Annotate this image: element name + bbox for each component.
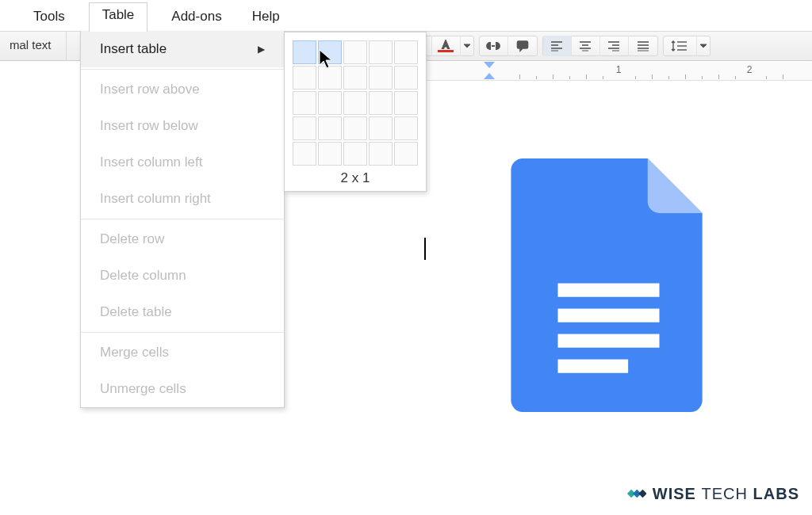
menu-delete-table: Delete table	[81, 294, 284, 330]
paragraph-style-dropdown[interactable]: mal text	[0, 31, 67, 61]
table-grid[interactable]	[291, 40, 419, 166]
align-center-button[interactable]	[572, 36, 600, 56]
table-size-picker: 2 x 1	[284, 32, 427, 192]
line-spacing-dropdown-icon[interactable]	[697, 36, 710, 56]
align-left-button[interactable]	[543, 36, 572, 56]
align-justify-button[interactable]	[629, 36, 657, 56]
grid-cell[interactable]	[369, 40, 393, 64]
menu-delete-column: Delete column	[81, 258, 284, 294]
add-comment-button[interactable]	[508, 36, 537, 56]
first-line-indent-marker[interactable]	[484, 62, 495, 68]
text-color-dropdown-icon[interactable]	[461, 36, 473, 56]
align-group	[542, 36, 658, 56]
line-spacing-button[interactable]	[664, 36, 697, 56]
menu-unmerge-cells: Unmerge cells	[81, 371, 284, 407]
grid-cell[interactable]	[343, 66, 367, 90]
menu-delete-row: Delete row	[81, 221, 284, 258]
menu-merge-cells: Merge cells	[81, 334, 284, 371]
menu-help[interactable]: Help	[246, 4, 286, 29]
menu-insert-row-below: Insert row below	[81, 108, 284, 144]
menu-insert-table[interactable]: Insert table ▶	[81, 31, 284, 67]
grid-cell[interactable]	[369, 142, 393, 166]
grid-cell[interactable]	[369, 91, 393, 115]
grid-cell[interactable]	[293, 116, 316, 140]
grid-cell[interactable]	[369, 66, 393, 90]
menu-insert-col-left: Insert column left	[81, 144, 284, 181]
grid-cell[interactable]	[394, 116, 418, 140]
grid-cell[interactable]	[394, 142, 418, 166]
table-size-label: 2 x 1	[291, 170, 419, 186]
grid-cell[interactable]	[343, 142, 367, 166]
grid-cell[interactable]	[318, 116, 342, 140]
google-docs-icon	[508, 158, 710, 412]
grid-cell[interactable]	[369, 116, 393, 140]
svg-rect-21	[558, 284, 660, 297]
menu-addons[interactable]: Add-ons	[165, 4, 228, 29]
menu-separator	[81, 69, 284, 70]
svg-rect-1	[517, 41, 527, 48]
grid-cell[interactable]	[293, 91, 316, 115]
grid-cell[interactable]	[293, 66, 316, 90]
ruler-mark-2: 2	[747, 64, 753, 75]
grid-cell[interactable]	[394, 66, 418, 90]
grid-cell[interactable]	[343, 40, 367, 64]
insert-link-button[interactable]	[480, 36, 508, 56]
grid-cell[interactable]	[394, 40, 418, 64]
svg-rect-22	[558, 309, 660, 322]
grid-cell[interactable]	[343, 116, 367, 140]
align-right-button[interactable]	[600, 36, 629, 56]
watermark-logo-icon	[626, 483, 646, 504]
menu-insert-table-label: Insert table	[100, 41, 167, 57]
link-group	[479, 36, 538, 56]
menubar: Tools Table Add-ons Help	[0, 3, 313, 30]
watermark-text: WISE TECH LABS	[653, 485, 799, 503]
line-spacing-group	[663, 36, 710, 56]
menu-separator	[81, 332, 284, 333]
text-color-button[interactable]	[432, 36, 461, 56]
menu-insert-col-right: Insert column right	[81, 181, 284, 217]
table-menu-dropdown: Insert table ▶ Insert row above Insert r…	[80, 31, 285, 408]
watermark: WISE TECH LABS	[626, 483, 799, 504]
grid-cell[interactable]	[318, 142, 342, 166]
grid-cell[interactable]	[343, 91, 367, 115]
menu-insert-row-above: Insert row above	[81, 71, 284, 108]
svg-rect-23	[558, 334, 660, 348]
grid-cell[interactable]	[394, 91, 418, 115]
menu-table[interactable]: Table	[89, 2, 148, 32]
grid-cell[interactable]	[293, 142, 316, 166]
submenu-arrow-icon: ▶	[258, 44, 265, 55]
ruler-mark-1: 1	[616, 64, 622, 75]
menu-separator	[81, 219, 284, 219]
svg-rect-24	[558, 360, 629, 373]
left-indent-marker[interactable]	[484, 73, 495, 79]
grid-cell[interactable]	[293, 40, 316, 64]
menu-tools[interactable]: Tools	[27, 4, 71, 29]
mouse-cursor-icon	[319, 49, 335, 73]
text-cursor	[424, 238, 426, 260]
grid-cell[interactable]	[318, 91, 342, 115]
